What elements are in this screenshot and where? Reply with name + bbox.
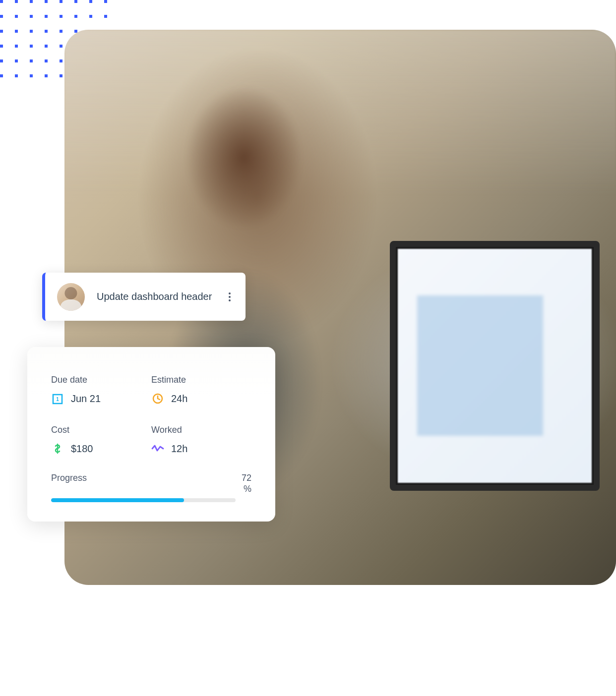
progress-bar (51, 498, 236, 502)
cost-value: $180 (71, 443, 93, 455)
progress-label: Progress (51, 473, 87, 483)
due-date-label: Due date (51, 375, 151, 385)
estimate-field: Estimate 24h (151, 375, 251, 405)
svg-text:1: 1 (56, 397, 59, 402)
progress-section: Progress 72 % (51, 473, 251, 502)
estimate-value: 24h (171, 393, 187, 405)
progress-percent: 72 % (242, 473, 251, 494)
due-date-field: Due date 1 Jun 21 (51, 375, 151, 405)
dollar-icon (51, 442, 64, 455)
worked-label: Worked (151, 425, 251, 435)
cost-label: Cost (51, 425, 151, 435)
task-title: Update dashboard header (97, 291, 224, 302)
task-details-card: Due date 1 Jun 21 Estimate (27, 347, 275, 522)
more-options-icon[interactable] (224, 291, 236, 303)
cost-field: Cost $180 (51, 425, 151, 455)
task-card[interactable]: Update dashboard header (42, 273, 246, 321)
worked-value: 12h (171, 443, 187, 455)
calendar-icon: 1 (51, 392, 64, 405)
worked-field: Worked 12h (151, 425, 251, 455)
activity-icon (151, 442, 164, 455)
progress-fill (51, 498, 184, 502)
clock-icon (151, 392, 164, 405)
estimate-label: Estimate (151, 375, 251, 385)
due-date-value: Jun 21 (71, 393, 101, 405)
assignee-avatar (57, 283, 85, 311)
